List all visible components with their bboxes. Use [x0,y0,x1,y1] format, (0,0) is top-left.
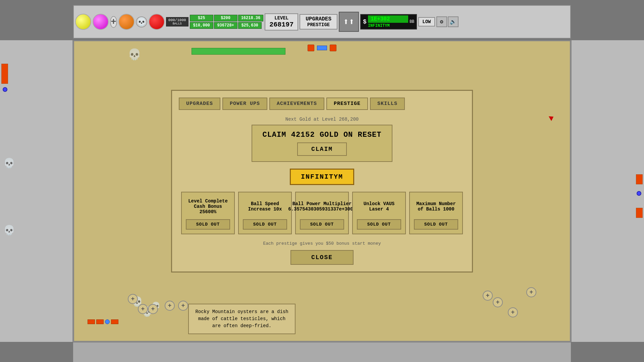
next-gold-text: Next Gold at Level 268,200 [179,117,465,122]
modal-background: UPGRADES POWER UPS ACHIEVEMENTS PRESTIGE… [74,41,570,341]
currency-name: INFINITYM [368,23,408,28]
sold-out-4[interactable]: SOLD OUT [414,219,458,230]
left-blue-dot [3,87,7,92]
upgrade-grid: Level Complete Cash Bonus 25600% SOLD OU… [179,192,465,234]
level-display: LEVEL 268197 [265,13,298,31]
upgrade-title-4: Maximum Number of Balls 1000 [414,196,458,217]
upgrade-card-3: Unlock VAUS Laser 4 SOLD OUT [352,192,406,234]
upgrade-title-3: Unlock VAUS Laser 4 [357,196,401,217]
game-area: 💀 UPGRADES POWER UPS ACHIEVEMENTS PRESTI… [73,40,571,342]
tracker-orange-1 [88,319,95,324]
tracker-orange-3 [111,319,118,324]
tracker-blue [105,319,110,324]
right-blue-dot [637,191,641,196]
level-label: LEVEL [269,15,293,21]
cash-row-1: $25 $200 16218.36 [190,15,264,21]
upgrades-prestige-button[interactable]: UPGRADES PRESTIGE [300,14,337,29]
cash-6: $25,630 [238,22,262,29]
tab-achievements[interactable]: ACHIEVEMENTS [269,98,324,110]
settings-row: ⚙ 🔊 [436,16,459,27]
gear-button[interactable]: ⚙ [436,16,447,27]
claim-box: CLAIM 42152 GOLD ON RESET CLAIM [252,125,392,162]
info-box: Rocky Mountain oysters are a dish made o… [188,304,296,334]
tab-upgrades[interactable]: UPGRADES [179,98,220,110]
plus-8[interactable]: + [483,291,493,301]
rank-icon: ⬆⬆ [339,12,359,32]
bottom-bar [73,342,571,362]
claim-button[interactable]: CLAIM [297,142,347,156]
top-bar: + 💀 000/1000 BALLS $25 $200 16218.36 $10… [73,5,571,39]
game-wrapper: + 💀 000/1000 BALLS $25 $200 16218.36 $10… [0,0,644,362]
quality-button[interactable]: LOW [418,17,435,26]
level-value: 268197 [269,21,293,28]
tracker-bar [88,319,118,324]
plus-2[interactable]: + [165,301,175,311]
upgrades-label: UPGRADES [306,16,331,22]
upgrade-card-1: Ball Speed Increase 10x SOLD OUT [238,192,292,234]
left-slider-thumb[interactable] [1,64,8,84]
plus-4[interactable]: + [138,304,148,314]
bonus-text: Each prestige gives you $50 bonus start … [179,241,465,246]
ball-orange[interactable] [118,14,135,30]
prestige-content: Next Gold at Level 268,200 CLAIM 42152 G… [179,117,465,265]
plus-9[interactable]: + [508,307,518,317]
tracker-orange-2 [96,319,104,324]
prestige-label: PRESTIGE [306,22,331,27]
upgrade-title-1: Ball Speed Increase 10x [243,196,287,217]
sold-out-2[interactable]: SOLD OUT [300,219,344,230]
sold-out-1[interactable]: SOLD OUT [243,219,287,230]
cash-1: $25 [190,15,213,21]
tab-prestige[interactable]: PRESTIGE [326,98,368,110]
plus-1[interactable]: + [128,294,138,304]
ball-pink[interactable] [93,14,109,30]
upgrade-card-0: Level Complete Cash Bonus 25600% SOLD OU… [181,192,235,234]
upgrade-card-2: Ball Power Multiplier 6.3575430305931337… [295,192,349,234]
speaker-button[interactable]: 🔊 [448,16,459,27]
tab-skills[interactable]: SKILLS [370,98,405,110]
plus-6[interactable]: + [526,287,536,297]
money-display: $ 1E+302 INFINITYM BB [360,14,417,29]
left-panel: 💀 💀 [0,40,73,342]
ball-count: 000/1000 BALLS [166,17,189,26]
ball-skull[interactable]: 💀 [136,16,147,27]
skull-left: 💀 [3,158,15,169]
cash-5: 936728+ [214,22,237,29]
close-button[interactable]: CLOSE [290,250,354,265]
plus-3[interactable]: + [178,301,188,311]
ball-add[interactable]: + [110,16,117,28]
upgrade-card-4: Maximum Number of Balls 1000 SOLD OUT [409,192,463,234]
upgrade-title-2: Ball Power Multiplier 6.3575430305931337… [300,196,344,217]
money-amount: 1E+302 [368,15,408,23]
right-slider-bottom[interactable] [636,208,643,218]
cash-3: 16218.36 [238,15,264,21]
ball-yellow[interactable] [75,14,91,30]
tab-power-ups[interactable]: POWER UPS [222,98,267,110]
dollar-sign: $ [363,18,367,25]
ball-red[interactable] [149,14,165,30]
cash-row-2: $10,000 936728+ $25,630 [190,22,264,29]
upgrade-title-0: Level Complete Cash Bonus 25600% [186,196,230,217]
sold-out-0[interactable]: SOLD OUT [186,219,230,230]
cash-2: $200 [214,15,237,21]
plus-7[interactable]: + [493,297,503,307]
claim-text: CLAIM 42152 GOLD ON RESET [262,131,381,139]
cash-display: $25 $200 16218.36 $10,000 936728+ $25,63… [190,15,264,29]
prestige-modal: UPGRADES POWER UPS ACHIEVEMENTS PRESTIGE… [171,90,473,273]
infinitym-button[interactable]: INFINITYM [290,169,354,185]
cash-4: $10,000 [190,22,213,29]
sold-out-3[interactable]: SOLD OUT [357,219,401,230]
tab-bar: UPGRADES POWER UPS ACHIEVEMENTS PRESTIGE… [179,98,465,110]
right-panel [571,40,644,342]
right-slider-top[interactable] [636,174,643,184]
skull-left-bottom: 💀 [3,225,15,236]
plus-5[interactable]: + [148,304,158,314]
bb-label: BB [410,19,414,24]
